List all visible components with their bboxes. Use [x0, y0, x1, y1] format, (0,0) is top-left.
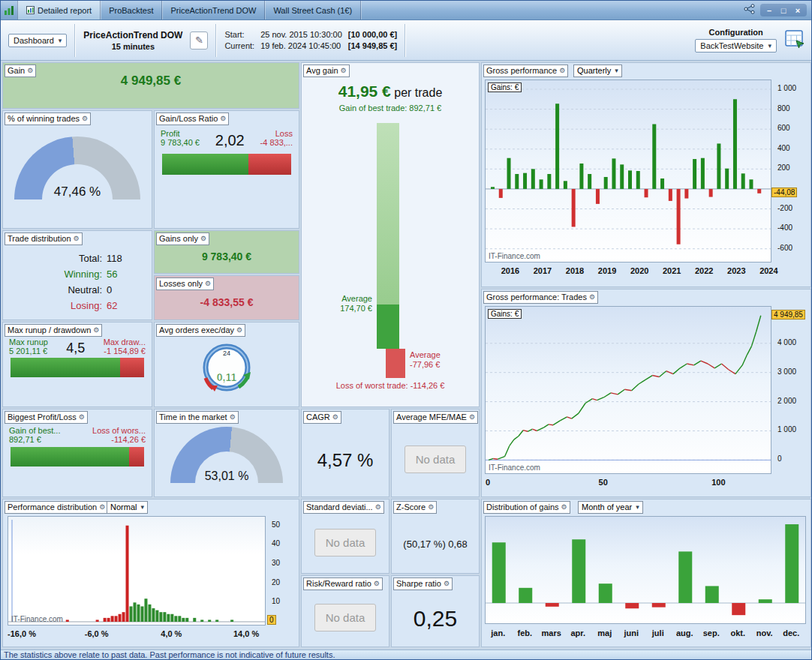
panel-avg-mfe-mae-header[interactable]: Average MFE/MAE⚙: [393, 411, 478, 424]
panel-title: Trade distribution: [8, 233, 71, 244]
panel-avg-gain-header[interactable]: Avg gain⚙: [303, 64, 350, 77]
tick-label: 50: [272, 520, 280, 529]
panel-losses-only: Losses only⚙ -4 833,55 €: [154, 275, 299, 320]
panel-winning-trades: % of winning trades⚙ 47,46 %: [2, 110, 152, 229]
tick-label: 40: [272, 539, 280, 548]
loss-label: Loss: [275, 129, 293, 138]
chevron-down-icon: ▾: [636, 502, 639, 513]
panel-gain-loss-ratio-header[interactable]: Gain/Loss Ratio⚙: [156, 112, 229, 125]
average-loss-label: Average: [410, 350, 441, 359]
panel-biggest-profit-loss: Biggest Profit/Loss⚙ Gain of best...892,…: [2, 409, 152, 497]
wrench-icon: ⚙: [205, 278, 211, 290]
minimize-button[interactable]: –: [763, 4, 775, 16]
strategy-name: PriceActionTrend DOW: [83, 30, 182, 40]
dashboard-dropdown[interactable]: Dashboard▾: [8, 34, 67, 47]
share-icon[interactable]: [744, 4, 756, 17]
tick-label: 2024: [756, 266, 780, 275]
current-value-tag: 0: [267, 615, 276, 625]
panel-gains-only-header[interactable]: Gains only⚙: [156, 232, 209, 245]
tick-label: 800: [777, 104, 790, 112]
wrench-icon: ⚙: [589, 292, 595, 303]
report-icon: [26, 6, 35, 14]
gain-loss-bar-red: [248, 154, 291, 175]
runup-label: Max runup: [9, 338, 48, 346]
panel-risk-reward-header[interactable]: Risk/Reward ratio⚙: [303, 578, 383, 590]
drawdown-bar-red: [120, 358, 144, 377]
tick-label: 30: [272, 559, 280, 567]
current-value-tag: 4 949,85: [771, 310, 805, 320]
panel-title: Standard deviati...: [306, 502, 373, 513]
panel-title: Biggest Profit/Loss: [8, 412, 77, 423]
panel-performance-distribution-header[interactable]: Performance distribution⚙: [5, 501, 108, 514]
monthly-gains-chart: [485, 516, 806, 624]
configuration-dropdown[interactable]: BackTestWebsite▾: [695, 39, 777, 52]
chevron-down-icon: ▾: [768, 42, 771, 50]
clock-icon: 24 0,11: [197, 339, 257, 399]
profit-label: Profit: [161, 129, 180, 138]
panel-gains-only: Gains only⚙ 9 783,40 €: [154, 230, 299, 274]
configuration-icon[interactable]: [784, 28, 805, 52]
month-label: juni: [618, 628, 645, 638]
panel-cagr-header[interactable]: CAGR⚙: [303, 411, 341, 424]
tab-wall-street-cash[interactable]: Wall Street Cash (1€): [265, 1, 361, 20]
panel-gross-performance-header[interactable]: Gross performance⚙: [483, 64, 568, 77]
tick-label: 4 000: [777, 338, 796, 346]
tick-label: -600: [777, 244, 792, 252]
panel-std-deviation-header[interactable]: Standard deviati...⚙: [303, 501, 384, 514]
chevron-down-icon: ▾: [59, 37, 62, 44]
x-axis-labels: 201620172018201920202021202220232024: [485, 262, 809, 279]
avg-gain-suffix: per trade: [394, 86, 442, 99]
panel-runup-drawdown-header[interactable]: Max runup / drawdown⚙: [5, 324, 102, 337]
gain-loss-ratio-value: 2,02: [215, 129, 245, 149]
period-dropdown[interactable]: Quarterly▾: [573, 64, 622, 77]
neutral-trades-row: Neutral:0: [21, 282, 134, 298]
strategy-timeframe: 15 minutes: [83, 42, 182, 51]
close-button[interactable]: ×: [792, 4, 804, 16]
tick-label: 20: [272, 578, 280, 586]
tick-label: 2017: [531, 266, 555, 275]
wrench-icon: ⚙: [82, 113, 88, 124]
tab-probacktest[interactable]: ProBacktest: [101, 1, 162, 20]
distribution-mode-dropdown[interactable]: Normal▾: [107, 501, 148, 514]
panel-gross-trades: Gross performance: Trades⚙ Gains: € IT-F…: [481, 289, 811, 497]
average-gain-value: 174,70 €: [340, 304, 372, 313]
disclaimer-text: The statistics above relate to past data…: [4, 650, 335, 659]
tab-priceactiontrend[interactable]: PriceActionTrend DOW: [162, 1, 265, 20]
panel-gross-trades-header[interactable]: Gross performance: Trades⚙: [483, 291, 598, 304]
panel-time-in-market-header[interactable]: Time in the market⚙: [156, 411, 239, 424]
wrench-icon: ⚙: [374, 578, 380, 590]
panel-z-score-header[interactable]: Z-Score⚙: [393, 501, 437, 514]
month-label: juli: [645, 628, 672, 638]
panel-title: Distribution of gains: [486, 502, 559, 513]
dropdown-value: Normal: [110, 502, 137, 513]
tick-label: 1 000: [777, 84, 796, 92]
tab-detailed-report[interactable]: Detailed report: [17, 1, 101, 20]
panel-trade-distribution-header[interactable]: Trade distribution⚙: [5, 232, 83, 245]
panel-title: Average MFE/MAE: [396, 412, 467, 423]
panel-biggest-profit-loss-header[interactable]: Biggest Profit/Loss⚙: [5, 411, 88, 424]
svg-text:24: 24: [223, 350, 230, 357]
start-capital: [10 000,00 €]: [348, 30, 397, 39]
panel-sharpe: Sharpe ratio⚙ 0,25: [391, 575, 480, 647]
panel-winning-trades-header[interactable]: % of winning trades⚙: [5, 112, 91, 125]
current-capital: [14 949,85 €]: [348, 41, 397, 50]
panel-losses-only-header[interactable]: Losses only⚙: [156, 278, 214, 290]
total-trades-row: Total:118: [21, 250, 134, 266]
panel-title: Risk/Reward ratio: [306, 578, 371, 590]
app-icon: [1, 1, 17, 20]
maximize-button[interactable]: □: [777, 4, 789, 16]
profit-value: 9 783,40 €: [161, 138, 200, 147]
panel-gain-header[interactable]: Gain⚙: [5, 64, 36, 77]
tick-label: 2 000: [777, 397, 796, 405]
tick-label: 3 000: [777, 368, 796, 376]
wrench-icon: ⚙: [559, 65, 565, 76]
month-dropdown[interactable]: Month of year▾: [578, 501, 643, 514]
wrench-icon: ⚙: [236, 325, 242, 336]
panel-sharpe-header[interactable]: Sharpe ratio⚙: [393, 578, 453, 590]
month-label: dec.: [778, 628, 805, 638]
edit-strategy-button[interactable]: ✎: [190, 32, 208, 50]
panel-distribution-of-gains-header[interactable]: Distribution of gains⚙: [483, 501, 570, 514]
panel-title: CAGR: [306, 412, 330, 423]
start-label: Start:: [224, 30, 254, 39]
panel-avg-orders-header[interactable]: Avg orders exec/day⚙: [156, 324, 245, 337]
